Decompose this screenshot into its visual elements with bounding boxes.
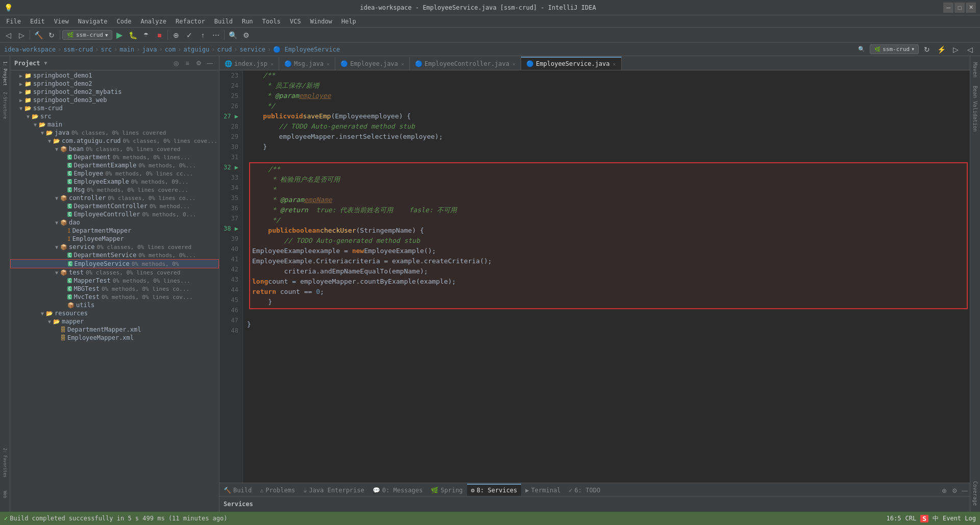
tree-item-springboot3-web[interactable]: ▶ 📁 springboot_demo3_web: [10, 96, 219, 104]
window-controls[interactable]: ─ □ ✕: [943, 3, 976, 13]
menu-help[interactable]: Help: [337, 17, 360, 26]
menu-navigate[interactable]: Navigate: [74, 17, 112, 26]
tree-item-src[interactable]: ▼ 📂 src: [10, 112, 219, 120]
panel-settings-btn[interactable]: ⚙: [193, 58, 204, 68]
menu-tools[interactable]: Tools: [258, 17, 285, 26]
tab-close-btn[interactable]: ✕: [327, 61, 330, 67]
tree-item-mvctest[interactable]: C MvcTest 0% methods, 0% lines cov...: [10, 293, 219, 301]
breadcrumb-main[interactable]: main: [119, 46, 134, 53]
tree-item-employee[interactable]: C Employee 0% methods, 0% lines cc...: [10, 169, 219, 178]
tab-employee-java[interactable]: 🔵 Employee.java ✕: [335, 57, 410, 70]
tree-item-springboot1[interactable]: ▶ 📁 springboot_demo1: [10, 71, 219, 80]
nav-refresh-btn[interactable]: ↻: [921, 43, 933, 56]
menu-code[interactable]: Code: [113, 17, 136, 26]
nav-btn1[interactable]: ⚡: [935, 43, 947, 56]
tree-item-controller[interactable]: ▼ 📦 controller 0% classes, 0% lines co..…: [10, 194, 219, 202]
tree-item-java[interactable]: ▼ 📂 java 0% classes, 0% lines covered: [10, 129, 219, 137]
minimize-button[interactable]: ─: [943, 3, 953, 13]
tree-item-deptservice[interactable]: C DepartmentService 0% methods, 0%...: [10, 251, 219, 259]
tree-item-employeeexample[interactable]: C EmployeeExample 0% methods, 09...: [10, 178, 219, 186]
toolbar-search[interactable]: 🔍: [227, 29, 239, 41]
close-button[interactable]: ✕: [966, 3, 976, 13]
breadcrumb-src[interactable]: src: [101, 46, 112, 53]
toolbar-forward[interactable]: ▷: [15, 29, 28, 41]
tab-close-btn[interactable]: ✕: [512, 61, 516, 67]
nav-search-btn[interactable]: 🔍: [855, 43, 868, 56]
breadcrumb-module[interactable]: ssm-crud: [63, 46, 93, 53]
tree-item-test[interactable]: ▼ 📦 test 0% classes, 0% lines covered: [10, 268, 219, 277]
menu-file[interactable]: File: [2, 17, 25, 26]
tree-item-resources[interactable]: ▼ 📂 resources: [10, 309, 219, 317]
tree-item-ssm-crud[interactable]: ▼ 📂 ssm-crud: [10, 104, 219, 112]
panel-locate-btn[interactable]: ◎: [171, 58, 181, 68]
menu-edit[interactable]: Edit: [26, 17, 49, 26]
tree-item-mbgtest[interactable]: C MBGTest 0% methods, 0% lines co...: [10, 285, 219, 293]
tab-msg-java[interactable]: 🔵 Msg.java ✕: [279, 57, 335, 70]
toolbar-sync[interactable]: ↻: [45, 29, 58, 41]
tree-item-deptmapper[interactable]: I DepartmentMapper: [10, 227, 219, 235]
breadcrumb-com[interactable]: com: [165, 46, 176, 53]
bottom-tab-build[interactable]: 🔨 Build: [219, 484, 256, 496]
bottom-tab-java-enterprise[interactable]: ☕ Java Enterprise: [299, 484, 369, 496]
toolbar-settings[interactable]: ⚙: [240, 29, 252, 41]
tree-item-deptcontroller[interactable]: C DepartmentController 0% method...: [10, 202, 219, 210]
code-content[interactable]: /** * 员工保存/新增 * @param employee */ publi…: [243, 70, 970, 483]
bottom-tab-services[interactable]: ⚙ 8: Services: [467, 484, 522, 496]
bottom-panel-minimize-btn[interactable]: —: [960, 486, 970, 496]
menu-run[interactable]: Run: [238, 17, 257, 26]
right-tab-maven[interactable]: Maven: [971, 58, 979, 82]
tree-item-empcontroller[interactable]: C EmployeeController 0% methods, 0...: [10, 210, 219, 218]
tree-item-department[interactable]: C Department 0% methods, 0% lines...: [10, 153, 219, 161]
toolbar-back[interactable]: ◁: [2, 29, 14, 41]
sidebar-tab-web[interactable]: Web: [1, 479, 10, 510]
tree-item-empservice[interactable]: C EmployeeService 0% methods, 0%: [10, 259, 219, 268]
sidebar-tab-project[interactable]: 1: Project: [1, 58, 10, 89]
sidebar-tab-favorites[interactable]: 2: Favorites: [1, 447, 10, 478]
tab-index-jsp[interactable]: 🌐 index.jsp ✕: [219, 57, 279, 70]
breadcrumb-java[interactable]: java: [142, 46, 157, 53]
debug-button[interactable]: 🐛: [127, 29, 139, 41]
run-config-selector[interactable]: 🌿 ssm-crud ▼: [62, 30, 112, 40]
tree-item-msg[interactable]: C Msg 0% methods, 0% lines covere...: [10, 186, 219, 194]
bottom-tab-terminal[interactable]: ▶ Terminal: [521, 484, 565, 496]
tab-close-btn[interactable]: ✕: [401, 61, 404, 67]
nav-btn2[interactable]: ▷: [949, 43, 962, 56]
stop-button[interactable]: ■: [153, 29, 165, 41]
tree-item-utils[interactable]: 📦 utils: [10, 301, 219, 309]
toolbar-commit[interactable]: ✓: [183, 29, 195, 41]
right-tab-coverage[interactable]: Coverage: [971, 477, 979, 510]
tree-item-departmentexample[interactable]: C DepartmentExample 0% methods, 0%...: [10, 161, 219, 169]
tree-item-service[interactable]: ▼ 📦 service 0% classes, 0% lines covered: [10, 243, 219, 251]
bottom-tab-messages[interactable]: 💬 0: Messages: [369, 484, 427, 496]
menu-window[interactable]: Window: [306, 17, 336, 26]
sidebar-tab-structure[interactable]: Z-Structure: [1, 90, 10, 120]
coverage-button[interactable]: ☂: [140, 29, 152, 41]
tree-item-bean[interactable]: ▼ 📦 bean 0% classes, 0% lines covered: [10, 145, 219, 153]
bottom-tab-spring[interactable]: 🌿 Spring: [427, 484, 467, 496]
menu-vcs[interactable]: VCS: [286, 17, 305, 26]
tree-item-empmapper[interactable]: I EmployeeMapper: [10, 235, 219, 243]
tree-item-mappertest[interactable]: C MapperTest 0% methods, 0% lines...: [10, 277, 219, 285]
menu-build[interactable]: Build: [210, 17, 237, 26]
tree-item-springboot2[interactable]: ▶ 📁 springboot_demo2: [10, 80, 219, 88]
breadcrumb-workspace[interactable]: idea-workspace: [4, 46, 56, 53]
menu-view[interactable]: View: [50, 17, 73, 26]
tree-item-dao[interactable]: ▼ 📦 dao: [10, 218, 219, 227]
panel-collapse-btn[interactable]: ≡: [182, 58, 192, 68]
status-encoding[interactable]: CRL: [905, 515, 916, 522]
status-position[interactable]: 16:5: [887, 515, 901, 522]
breadcrumb-crud[interactable]: crud: [217, 46, 232, 53]
tree-item-deptmapper-xml[interactable]: 🗄 DepartmentMapper.xml: [10, 326, 219, 334]
menu-analyze[interactable]: Analyze: [136, 17, 170, 26]
tree-item-main[interactable]: ▼ 📂 main: [10, 120, 219, 129]
nav-btn3[interactable]: ◁: [964, 43, 976, 56]
breadcrumb-file[interactable]: 🔵 EmployeeService: [273, 46, 340, 53]
toolbar-push[interactable]: ↑: [197, 29, 209, 41]
status-lang[interactable]: 中: [933, 514, 939, 523]
tab-close-btn[interactable]: ✕: [271, 61, 274, 67]
toolbar-build[interactable]: 🔨: [32, 29, 44, 41]
breadcrumb-atguigu[interactable]: atguigu: [184, 46, 210, 53]
breadcrumb-service[interactable]: service: [240, 46, 266, 53]
toolbar-vcs[interactable]: ⊕: [170, 29, 182, 41]
tab-empcontroller-java[interactable]: 🔵 EmployeeController.java ✕: [410, 57, 521, 70]
